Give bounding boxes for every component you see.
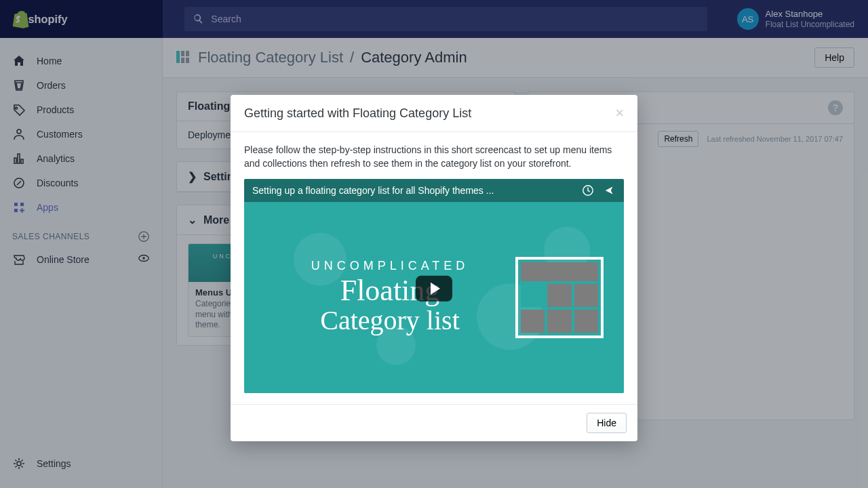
modal-title: Getting started with Floating Category L… <box>244 106 471 121</box>
video-embed[interactable]: Setting up a floating category list for … <box>244 179 624 393</box>
video-title: Setting up a floating category list for … <box>252 185 574 196</box>
watch-later-icon[interactable] <box>582 184 594 197</box>
modal-text: Please follow the step-by-step instructi… <box>244 143 624 171</box>
modal-overlay[interactable]: Getting started with Floating Category L… <box>0 0 868 488</box>
video-thumbnail-text: UNCOMPLICATED Floating Category list <box>244 259 515 336</box>
share-icon[interactable] <box>604 184 616 197</box>
close-icon[interactable]: × <box>615 106 624 121</box>
play-button-icon[interactable] <box>416 275 452 301</box>
hide-button[interactable]: Hide <box>587 413 627 433</box>
getting-started-modal: Getting started with Floating Category L… <box>231 95 637 441</box>
grid-graphic-icon <box>515 257 604 338</box>
